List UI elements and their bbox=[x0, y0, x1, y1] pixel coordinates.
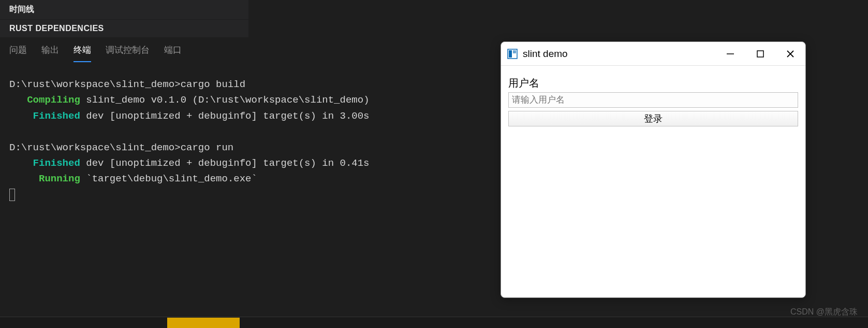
tab-terminal[interactable]: 终端 bbox=[73, 44, 91, 62]
terminal-status-finished: Finished bbox=[33, 158, 80, 169]
tab-ports[interactable]: 端口 bbox=[164, 44, 182, 62]
window-controls bbox=[726, 49, 799, 59]
tab-debug-console[interactable]: 调试控制台 bbox=[106, 44, 150, 62]
status-bar-warning-segment[interactable] bbox=[167, 318, 240, 328]
titlebar[interactable]: slint demo bbox=[501, 42, 805, 66]
svg-rect-4 bbox=[757, 51, 763, 57]
username-label: 用户名 bbox=[508, 76, 798, 90]
terminal-text: `target\debug\slint_demo.exe` bbox=[80, 173, 257, 184]
terminal-prompt: D:\rust\workspace\slint_demo> bbox=[9, 79, 181, 90]
tab-output[interactable]: 输出 bbox=[41, 44, 59, 62]
terminal-command: cargo run bbox=[181, 142, 234, 153]
sidebar-section-timeline[interactable]: 时间线 bbox=[0, 0, 248, 19]
watermark: CSDN @黑虎含珠 bbox=[790, 307, 858, 318]
terminal-status-running: Running bbox=[39, 173, 80, 184]
close-button[interactable] bbox=[786, 49, 795, 59]
app-icon bbox=[507, 49, 518, 59]
terminal-text: dev [unoptimized + debuginfo] target(s) … bbox=[80, 110, 370, 122]
tab-problems[interactable]: 问题 bbox=[9, 44, 27, 62]
terminal-prompt: D:\rust\workspace\slint_demo> bbox=[9, 142, 181, 153]
maximize-button[interactable] bbox=[756, 49, 765, 59]
terminal-cursor bbox=[9, 189, 15, 201]
terminal-text: slint_demo v0.1.0 (D:\rust\workspace\sli… bbox=[80, 94, 370, 106]
sidebar-section-rust-dependencies[interactable]: RUST DEPENDENCIES bbox=[0, 20, 248, 37]
minimize-button[interactable] bbox=[726, 49, 735, 59]
terminal-status-compiling: Compiling bbox=[27, 94, 80, 106]
app-window-slint-demo: slint demo 用户名 登录 bbox=[501, 41, 806, 298]
terminal-text: dev [unoptimized + debuginfo] target(s) … bbox=[80, 158, 370, 169]
svg-rect-2 bbox=[513, 50, 516, 53]
username-input[interactable] bbox=[508, 92, 798, 108]
status-bar bbox=[0, 317, 868, 328]
terminal-command: cargo build bbox=[181, 79, 245, 90]
svg-rect-1 bbox=[509, 50, 512, 58]
window-title: slint demo bbox=[523, 48, 726, 60]
login-button[interactable]: 登录 bbox=[508, 111, 798, 126]
window-body: 用户名 登录 bbox=[501, 66, 805, 137]
terminal-status-finished: Finished bbox=[33, 110, 80, 122]
sidebar-sections: 时间线 RUST DEPENDENCIES bbox=[0, 0, 248, 38]
